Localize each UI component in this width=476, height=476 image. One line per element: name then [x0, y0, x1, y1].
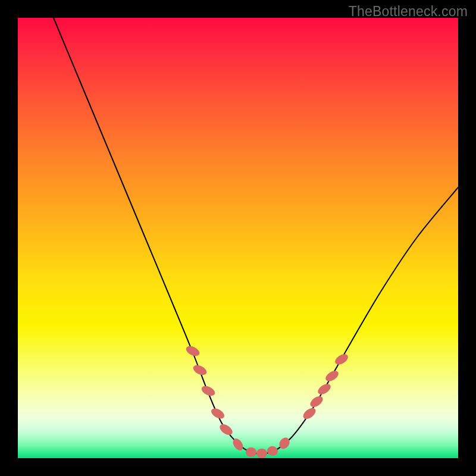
- curve-bead: [308, 394, 325, 409]
- curve-bead: [333, 352, 350, 367]
- curve-bead: [316, 381, 333, 396]
- curve-bead: [192, 363, 208, 377]
- watermark-text: TheBottleneck.com: [349, 4, 468, 20]
- curve-bead: [301, 406, 318, 421]
- curve-bead: [324, 369, 340, 384]
- chart-frame: TheBottleneck.com: [0, 0, 476, 476]
- plot-area: [18, 18, 458, 458]
- curve-layer: [18, 18, 458, 458]
- curve-bead: [266, 445, 279, 457]
- curve-bead: [256, 449, 267, 458]
- curve-bead: [184, 344, 201, 358]
- bottleneck-curve: [54, 18, 458, 454]
- curve-bead: [209, 406, 226, 421]
- curve-bead: [218, 422, 234, 437]
- curve-bead: [200, 384, 217, 397]
- beads-group: [184, 344, 350, 458]
- curve-bead: [246, 447, 256, 457]
